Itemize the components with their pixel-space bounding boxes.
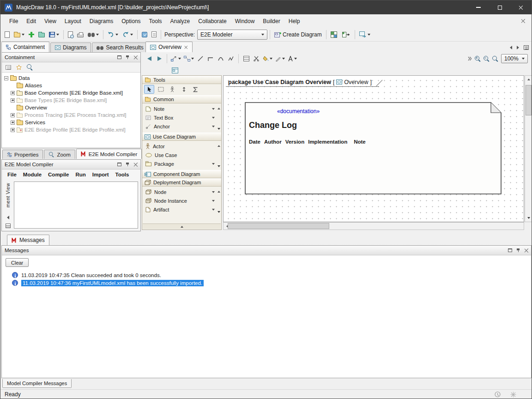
print-button[interactable] [75,29,85,40]
float-panel-icon[interactable] [508,248,512,252]
scroll-down-icon[interactable] [218,128,220,130]
back-button[interactable] [145,54,154,64]
collapsed-view-tab[interactable]: ment View [5,183,11,207]
scroll-down-icon[interactable] [218,211,220,213]
palette-item-note[interactable]: Note [142,104,221,113]
expand-icon[interactable] [11,121,15,125]
palette-header-tools[interactable]: Tools [142,76,221,84]
cut-paths-button[interactable] [252,54,261,64]
scroll-up-button[interactable] [525,76,532,83]
tab-search-results[interactable]: Search Results [92,42,148,52]
expand-icon[interactable] [11,98,15,103]
redo-button[interactable] [121,29,135,40]
scroll-up-icon[interactable] [218,191,220,193]
line-style-curved-button[interactable] [216,54,225,64]
align-tool-button[interactable] [179,85,189,94]
compiler-menu-file[interactable]: File [5,170,19,179]
float-panel-icon[interactable] [117,163,121,166]
compiler-menu-run[interactable]: Run [73,170,88,179]
line-style-rectilinear-button[interactable] [206,54,215,64]
sticky-tool-button[interactable] [167,85,177,94]
tree-item-overview[interactable]: Overview [2,104,140,111]
line-style-straight-button[interactable] [196,54,205,64]
menu-analyze[interactable]: Analyze [166,16,194,27]
print-preview-button[interactable] [66,29,75,40]
close-panel-icon[interactable] [524,248,528,253]
diagram-list-icon[interactable] [524,45,529,50]
create-diagram-button[interactable]: Create Diagram [272,29,324,40]
validate-button[interactable] [140,29,149,40]
scroll-down-icon[interactable] [218,165,220,167]
palette-header-common[interactable]: Common [142,95,221,103]
palette-header-component[interactable]: Component Diagram [142,170,221,178]
builder-grid-button[interactable] [329,29,340,40]
vertical-scroll-thumb[interactable] [526,85,532,115]
minimize-button[interactable] [468,0,489,14]
palette-item-artifact[interactable]: Artifact [142,205,221,214]
message-row-selected[interactable]: 11.03.2019 10:47:36 myFirstUMLmodel.xml … [2,279,531,287]
tab-e2e-model-compiler[interactable]: E2E Model Compiler [76,149,142,159]
tab-messages[interactable]: Messages [7,235,49,245]
collapse-icon[interactable] [4,76,8,80]
documentation-note[interactable]: «documentation» Change Log Date Author V… [245,102,502,194]
scroll-up-icon[interactable] [218,145,220,147]
menu-options[interactable]: Options [117,16,145,27]
font-button[interactable] [287,54,298,64]
tree-options-icon[interactable] [6,65,11,70]
open-project-button[interactable] [12,29,26,40]
palette-item-package[interactable]: Package [142,159,221,168]
expand-icon[interactable] [11,91,15,95]
publish-button[interactable] [357,29,372,40]
menu-help[interactable]: Help [284,16,304,27]
palette-scroll-up-bar[interactable] [143,224,221,229]
related-elements-button[interactable] [170,54,182,64]
tree-item-process-tracing[interactable]: Process Tracing [E2E Process Tracing.xml… [2,111,140,119]
toolbar-overflow-icon[interactable] [468,56,472,61]
open-element-button[interactable] [36,29,47,40]
canvas-horizontal-scrollbar[interactable] [223,222,524,230]
pin-panel-icon[interactable] [125,55,130,60]
message-row[interactable]: 11.03.2019 10:47:35 Clean succeeded and … [2,271,531,279]
menu-edit[interactable]: Edit [22,16,40,27]
tab-overview-diagram[interactable]: Overview [145,42,193,52]
palette-item-use-case[interactable]: Use Case [142,151,221,159]
expand-icon[interactable] [11,128,15,132]
tree-item-aliases[interactable]: Aliases [2,82,140,89]
palette-item-node[interactable]: Node [142,187,221,196]
compiler-output-area[interactable] [14,181,138,229]
compiler-menu-tools[interactable]: Tools [113,170,132,179]
expand-icon[interactable] [11,113,15,117]
previous-diagram-icon[interactable] [510,46,512,49]
compartments-button[interactable] [242,54,251,64]
palette-item-anchor[interactable]: Anchor [142,122,221,131]
scroll-down-button[interactable] [525,214,532,222]
clear-button[interactable]: Clear [6,258,29,267]
float-panel-icon[interactable] [117,55,121,59]
compiler-menu-import[interactable]: Import [90,170,112,179]
menu-file[interactable]: File [5,16,22,27]
new-project-button[interactable] [3,29,12,40]
builder-transform-button[interactable] [340,29,352,40]
tab-diagrams[interactable]: Diagrams [50,42,91,52]
close-tab-icon[interactable] [184,45,187,48]
pin-panel-icon[interactable] [125,162,130,167]
undo-button[interactable] [106,29,120,40]
pin-panel-icon[interactable] [516,248,520,253]
tab-properties[interactable]: Properties [2,150,43,159]
display-paths-button[interactable] [183,54,195,64]
compiler-menu-module[interactable]: Module [20,170,44,179]
find-button[interactable] [86,29,101,40]
save-button[interactable] [47,29,61,40]
tree-item-base-components[interactable]: Base Components [E2E Bridge Base.xml] [2,89,140,97]
palette-item-actor[interactable]: Actor [142,142,221,151]
palette-item-node-instance[interactable]: Node Instance [142,196,221,205]
menu-builder[interactable]: Builder [259,16,284,27]
menubar-close-button[interactable] [521,18,527,24]
tab-containment[interactable]: Containment [1,42,49,52]
perspective-select[interactable]: E2E Modeler [197,30,267,40]
aggregate-tool-button[interactable] [190,85,200,94]
view-grid-icon[interactable] [6,224,11,228]
zoom-in-icon[interactable] [475,56,481,62]
close-panel-icon[interactable] [133,55,138,60]
tree-item-data[interactable]: Data [2,74,140,82]
